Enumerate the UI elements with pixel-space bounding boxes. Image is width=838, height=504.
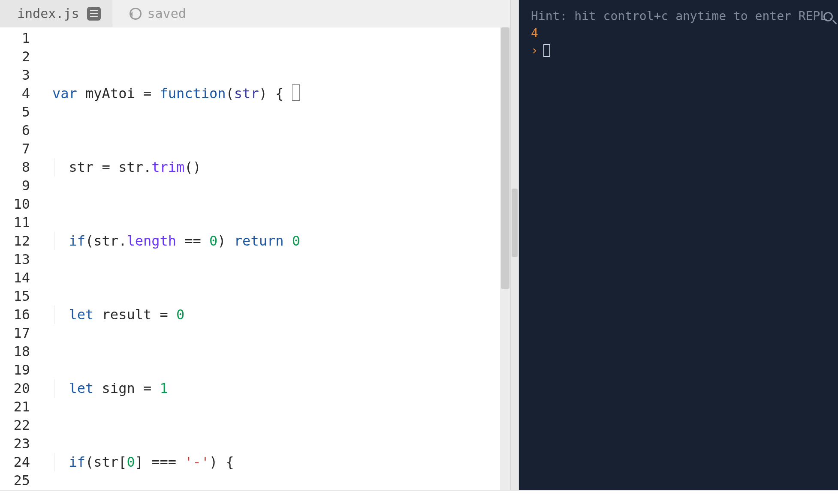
console-prompt: › (531, 42, 538, 59)
save-status-text: saved (148, 6, 186, 21)
console-pane[interactable]: Hint: hit control+c anytime to enter REP… (519, 0, 838, 504)
code-content[interactable]: var myAtoi = function(str) { str = str.t… (40, 27, 510, 504)
console-prompt-line[interactable]: › (531, 42, 835, 59)
save-status: saved (112, 6, 186, 21)
console-cursor (543, 44, 550, 57)
editor-scrollbar[interactable] (500, 27, 510, 504)
format-icon[interactable] (87, 7, 101, 21)
editor-pane: index.js saved 123 456 789 101112 131415… (0, 0, 510, 504)
console-hint: Hint: hit control+c anytime to enter REP… (531, 8, 835, 25)
splitter-thumb[interactable] (512, 189, 518, 257)
editor-scrollbar-thumb[interactable] (501, 27, 509, 289)
history-icon[interactable] (130, 8, 142, 20)
tab-bar: index.js saved (0, 0, 510, 27)
console-output: 4 (531, 25, 835, 42)
file-tab-title: index.js (17, 6, 79, 21)
search-icon[interactable] (823, 12, 836, 25)
bottom-bar (0, 490, 838, 504)
line-gutter: 123 456 789 101112 131415 161718 192021 … (0, 27, 40, 504)
code-editor[interactable]: 123 456 789 101112 131415 161718 192021 … (0, 27, 510, 504)
file-tab[interactable]: index.js (0, 0, 112, 27)
text-cursor (292, 84, 300, 101)
pane-splitter[interactable] (510, 0, 519, 504)
